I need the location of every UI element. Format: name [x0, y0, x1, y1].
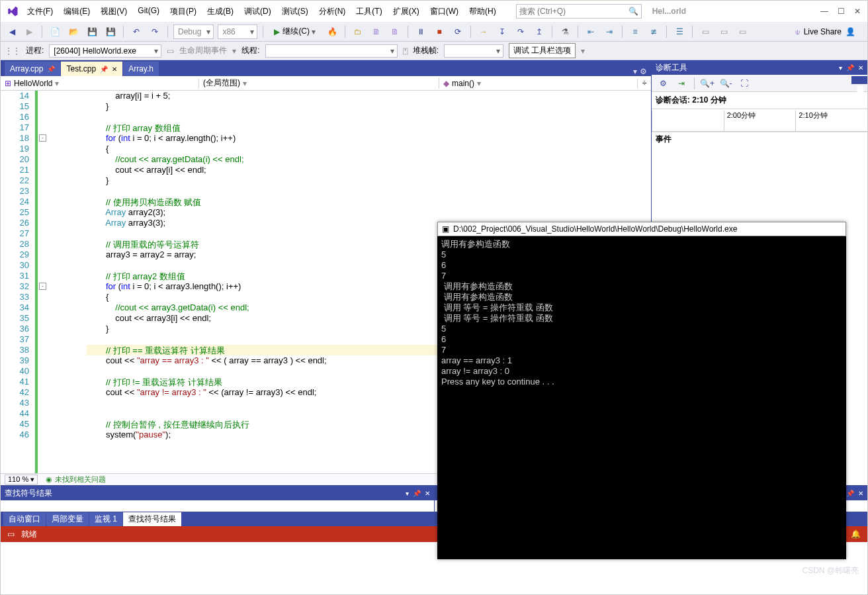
menu-item[interactable]: 测试(S)	[277, 3, 314, 20]
menu-item[interactable]: 生成(B)	[202, 3, 239, 20]
panel-pin-icon[interactable]: 📌	[846, 490, 854, 497]
panel-close-icon[interactable]: ✕	[425, 490, 430, 497]
menu-item[interactable]: 文件(F)	[22, 3, 58, 20]
main-area: Array.cpp📌Test.cpp📌✕Array.h ▾ ⚙ ⊞HelloWo…	[1, 60, 867, 485]
open-file-icon[interactable]: 📂	[66, 24, 81, 39]
new-file-icon[interactable]: 📄	[48, 24, 62, 39]
hot-reload-icon[interactable]: 🔥	[325, 24, 339, 39]
indent-left-icon[interactable]: ⇤	[584, 24, 598, 39]
doc2-icon[interactable]: 🗎	[388, 24, 402, 39]
panel-close-icon[interactable]: ✕	[858, 490, 863, 497]
panel-pin-icon[interactable]: 📌	[413, 490, 421, 497]
bookmark-icon[interactable]: ☰	[672, 24, 687, 39]
panel-close-icon[interactable]: ✕	[858, 64, 863, 71]
undo-icon[interactable]: ↶	[129, 24, 144, 39]
notifications-icon[interactable]: 🔔	[851, 529, 861, 539]
diag-toolbar: ⚙ ⇥ 🔍+ 🔍- ⛶	[652, 75, 867, 92]
menu-item[interactable]: 扩展(X)	[388, 3, 425, 20]
step-into-icon[interactable]: ↧	[495, 24, 509, 39]
stackframe-combo[interactable]	[444, 44, 503, 58]
menu-item[interactable]: 窗口(W)	[425, 3, 464, 20]
diag-record-icon[interactable]: ⇥	[674, 76, 689, 91]
zoom-combo[interactable]: 110 % ▾	[5, 475, 38, 484]
save-all-icon[interactable]: 💾	[103, 24, 118, 39]
editor-tab[interactable]: Array.h	[123, 62, 159, 76]
drag-handle-icon[interactable]: ⋮⋮	[5, 46, 21, 56]
menu-item[interactable]: 工具(T)	[351, 3, 387, 20]
split-icon[interactable]: ÷	[638, 79, 651, 88]
solution-explorer-tab[interactable]: 解决方案资源管理器	[851, 76, 867, 84]
fold-icon[interactable]: -	[39, 283, 46, 290]
nav-fwd-icon[interactable]: ▶	[22, 24, 36, 39]
scope-global[interactable]: (全局范围)	[199, 77, 439, 89]
menu-item[interactable]: 调试(D)	[239, 3, 277, 20]
menu-item[interactable]: 视图(V)	[95, 3, 132, 20]
continue-button[interactable]: ▶ 继续(C) ▾	[269, 24, 321, 39]
panel-dropdown-icon[interactable]: ▾	[839, 64, 842, 71]
step-out-icon[interactable]: ↥	[532, 24, 546, 39]
diag-reset-icon[interactable]: ⛶	[737, 76, 752, 91]
misc1-icon[interactable]: ▭	[698, 24, 713, 39]
diag-zoomin-icon[interactable]: 🔍+	[700, 76, 715, 91]
panel-tab[interactable]: 监视 1	[89, 512, 122, 526]
liveshare-label[interactable]: Live Share	[804, 27, 842, 36]
console-output: 调用有参构造函数 5 6 7 调用有参构造函数 调用有参构造函数 调用 等号 =…	[437, 236, 846, 390]
status-icon: ▭	[7, 529, 15, 539]
change-marker	[35, 91, 38, 473]
toggle1-icon[interactable]: ⚗	[558, 24, 572, 39]
panel-pin-icon[interactable]: 📌	[846, 64, 854, 71]
misc2-icon[interactable]: ▭	[716, 24, 731, 39]
restart-icon[interactable]: ⟳	[451, 24, 465, 39]
scope-func[interactable]: ◆main()	[439, 79, 638, 88]
panel-dropdown-icon[interactable]: ▾	[406, 490, 409, 497]
menu-item[interactable]: 分析(N)	[314, 3, 351, 20]
panel-tab[interactable]: 局部变量	[46, 512, 89, 526]
search-input[interactable]	[519, 7, 629, 16]
lifecycle-icon[interactable]: ▭	[167, 46, 174, 56]
panel-tab[interactable]: 自动窗口	[3, 512, 46, 526]
tab-settings-icon[interactable]: ⚙	[640, 67, 647, 76]
liveshare-icon[interactable]: ⍦	[795, 27, 800, 36]
vs-logo-icon	[5, 3, 21, 19]
func-icon: ◆	[443, 79, 449, 88]
platform-combo[interactable]: x86	[218, 24, 257, 39]
panel-tab[interactable]: 查找符号结果	[123, 512, 181, 526]
step-over-icon[interactable]: ↷	[513, 24, 528, 39]
redo-icon[interactable]: ↷	[148, 24, 162, 39]
process-combo[interactable]: [26040] HelloWorld.exe	[49, 44, 161, 58]
fold-icon[interactable]: -	[39, 134, 46, 142]
console-titlebar[interactable]: ▣ D:\002_Project\006_Visual_Studio\Hello…	[437, 222, 846, 236]
misc3-icon[interactable]: ▭	[735, 24, 750, 39]
user-icon[interactable]: 👤	[846, 27, 855, 36]
indent-right-icon[interactable]: ⇥	[602, 24, 617, 39]
scope-project[interactable]: ⊞HelloWorld	[1, 79, 199, 88]
diag-timeline[interactable]: 2:00分钟2:10分钟	[652, 109, 867, 132]
maximize-icon[interactable]: ☐	[838, 7, 845, 16]
doc-icon[interactable]: 🗎	[369, 24, 384, 39]
diag-zoomout-icon[interactable]: 🔍-	[718, 76, 733, 91]
stop-icon[interactable]: ■	[432, 24, 447, 39]
search-box[interactable]: 🔍	[516, 4, 642, 19]
config-combo[interactable]: Debug	[173, 24, 214, 39]
editor-tab[interactable]: Array.cpp📌	[5, 62, 60, 76]
thread-filter-icon[interactable]: ⍞	[403, 46, 408, 56]
close-icon[interactable]: ✕	[854, 7, 861, 16]
minimize-icon[interactable]: —	[820, 7, 828, 16]
diag-settings-icon[interactable]: ⚙	[656, 76, 670, 91]
editor-tab[interactable]: Test.cpp📌✕	[61, 62, 122, 76]
menu-item[interactable]: 项目(P)	[165, 3, 202, 20]
uncomment-icon[interactable]: ≢	[646, 24, 661, 39]
console-window[interactable]: ▣ D:\002_Project\006_Visual_Studio\Hello…	[437, 222, 846, 559]
dbg-overflow-icon[interactable]: ▾	[581, 46, 585, 56]
menu-item[interactable]: 帮助(H)	[464, 3, 501, 20]
pause-icon[interactable]: ⏸	[413, 24, 428, 39]
menu-item[interactable]: 编辑(E)	[58, 3, 95, 20]
menu-item[interactable]: Git(G)	[132, 3, 165, 20]
save-icon[interactable]: 💾	[85, 24, 99, 39]
comment-icon[interactable]: ≡	[628, 24, 642, 39]
thread-combo[interactable]	[265, 44, 398, 58]
nav-back-icon[interactable]: ◀	[5, 24, 19, 39]
show-next-icon[interactable]: →	[476, 24, 491, 39]
folder-icon[interactable]: 🗀	[351, 24, 365, 39]
tab-dropdown-icon[interactable]: ▾	[633, 67, 637, 76]
